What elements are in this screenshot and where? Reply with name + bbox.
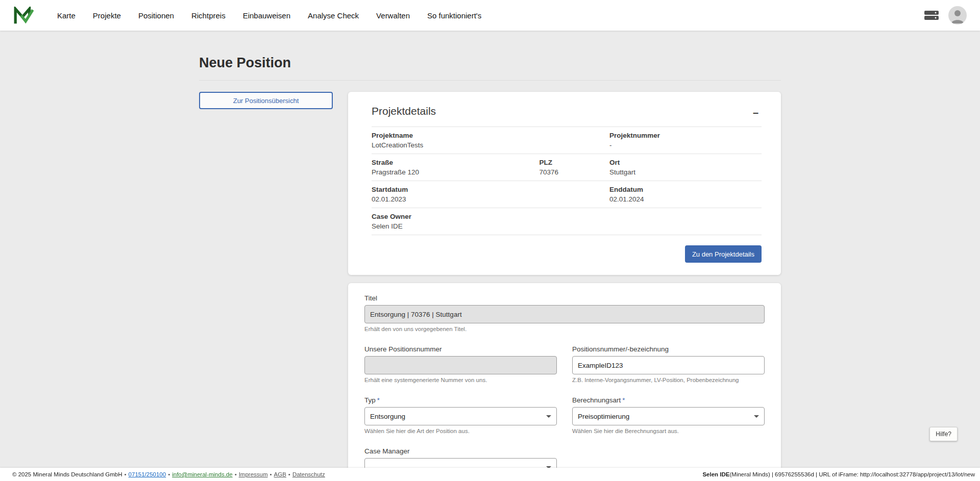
berechnungsart-select-value: Preisoptimierung [578, 413, 629, 420]
footer-separator: • [270, 471, 272, 477]
footer-separator: • [235, 471, 237, 477]
chevron-down-icon [546, 415, 551, 418]
case-owner-cell: Case Owner Selen IDE [372, 213, 762, 230]
plz-cell: PLZ 70376 [540, 159, 610, 176]
projektname-label: Projektname [372, 132, 609, 139]
projektname-value: LotCreationTests [372, 141, 609, 149]
nav-item-analyse-check[interactable]: Analyse Check [308, 11, 359, 20]
ort-label: Ort [609, 159, 762, 166]
nav-items: Karte Projekte Positionen Richtpreis Ein… [57, 11, 481, 20]
footer-separator: • [288, 471, 290, 477]
footer-user: Selen IDE [702, 471, 729, 477]
titel-field: Titel Erhält den von uns vorgegebenen Ti… [364, 294, 765, 332]
projektname-cell: Projektname LotCreationTests [372, 132, 609, 149]
content-row: Zur Positionsübersicht Projektdetails – … [199, 92, 781, 481]
case-owner-value: Selen IDE [372, 222, 762, 230]
unsere-positionsnummer-label: Unsere Positionsnummer [364, 345, 557, 353]
unsere-positionsnummer-input [364, 356, 557, 374]
footer-phone-link[interactable]: 07151/250100 [129, 471, 166, 477]
project-card-actions: Zu den Projektdetails [372, 245, 762, 263]
left-column: Zur Positionsübersicht [199, 92, 333, 109]
table-row: Case Owner Selen IDE [372, 208, 762, 235]
plz-label: PLZ [540, 159, 610, 166]
form-row-type: Typ* Entsorgung Wählen Sie hier die Art … [364, 396, 765, 434]
projektnummer-value: - [609, 141, 762, 149]
berechnungsart-select[interactable]: Preisoptimierung [572, 407, 765, 425]
titel-label: Titel [364, 294, 765, 302]
required-marker: * [622, 396, 625, 404]
new-position-form-card: Titel Erhält den von uns vorgegebenen Ti… [348, 283, 781, 481]
required-marker: * [377, 396, 380, 404]
page-title: Neue Position [199, 55, 781, 81]
strasse-cell: Straße Pragstraße 120 [372, 159, 540, 176]
titel-hint: Erhält den von uns vorgegebenen Titel. [364, 326, 765, 332]
table-row: Straße Pragstraße 120 PLZ 70376 Ort Stut… [372, 154, 762, 181]
typ-field: Typ* Entsorgung Wählen Sie hier die Art … [364, 396, 557, 434]
nav-item-verwalten[interactable]: Verwalten [376, 11, 410, 20]
footer: © 2025 Mineral Minds Deutschland GmbH • … [0, 468, 980, 481]
nav-item-projekte[interactable]: Projekte [93, 11, 121, 20]
enddatum-label: Enddatum [609, 186, 762, 193]
berechnungsart-hint: Wählen Sie hier die Berechnungsart aus. [572, 428, 765, 434]
unsere-positionsnummer-hint: Erhält eine systemgenerierte Nummer von … [364, 377, 557, 383]
server-icon[interactable] [924, 10, 939, 21]
footer-session-info: Selen IDE (Mineral Minds) | 69576255536d… [702, 471, 975, 477]
nav-item-karte[interactable]: Karte [57, 11, 76, 20]
table-row: Projektname LotCreationTests Projektnumm… [372, 127, 762, 154]
logo-icon [13, 7, 34, 24]
collapse-button[interactable]: – [750, 105, 762, 119]
table-row: Startdatum 02.01.2023 Enddatum 02.01.202… [372, 181, 762, 208]
footer-impressum-link[interactable]: Impressum [239, 471, 268, 477]
top-navbar: Karte Projekte Positionen Richtpreis Ein… [0, 0, 980, 31]
person-icon [948, 6, 967, 24]
footer-copyright: © 2025 Mineral Minds Deutschland GmbH [12, 471, 122, 477]
startdatum-value: 02.01.2023 [372, 195, 609, 203]
case-owner-label: Case Owner [372, 213, 762, 220]
footer-separator: • [125, 471, 127, 477]
project-card-title: Projektdetails [372, 105, 436, 117]
nav-item-so-funktionierts[interactable]: So funktioniert's [427, 11, 481, 20]
typ-select-value: Entsorgung [370, 413, 405, 420]
berechnungsart-label: Berechnungsart* [572, 396, 765, 404]
nav-item-einbauweisen[interactable]: Einbauweisen [243, 11, 290, 20]
footer-agb-link[interactable]: AGB [274, 471, 286, 477]
footer-datenschutz-link[interactable]: Datenschutz [292, 471, 325, 477]
titel-input [364, 305, 765, 323]
user-avatar[interactable] [948, 6, 967, 24]
mineral-minds-logo[interactable] [13, 5, 36, 26]
berechnungsart-field: Berechnungsart* Preisoptimierung Wählen … [572, 396, 765, 434]
ort-cell: Ort Stuttgart [609, 159, 762, 176]
plz-value: 70376 [540, 168, 610, 176]
page-container: Neue Position Zur Positionsübersicht Pro… [199, 31, 781, 481]
project-card-header: Projektdetails – [372, 105, 762, 119]
projektnummer-label: Projektnummer [609, 132, 762, 139]
typ-label: Typ* [364, 396, 557, 404]
go-to-project-details-button[interactable]: Zu den Projektdetails [685, 245, 762, 263]
nav-item-positionen[interactable]: Positionen [138, 11, 174, 20]
positionsnummer-bezeichnung-input[interactable] [572, 356, 765, 374]
ort-value: Stuttgart [609, 168, 762, 176]
form-row-numbers: Unsere Positionsnummer Erhält eine syste… [364, 345, 765, 383]
projektnummer-cell: Projektnummer - [609, 132, 762, 149]
right-column: Projektdetails – Projektname LotCreation… [348, 92, 781, 481]
footer-email-link[interactable]: info@mineral-minds.de [172, 471, 232, 477]
project-details-card: Projektdetails – Projektname LotCreation… [348, 92, 781, 275]
footer-session-rest: (Mineral Minds) | 69576255536d | URL of … [729, 471, 975, 477]
navbar-right [924, 6, 967, 24]
back-to-positions-button[interactable]: Zur Positionsübersicht [199, 92, 333, 109]
footer-separator: • [168, 471, 170, 477]
typ-select[interactable]: Entsorgung [364, 407, 557, 425]
positionsnummer-bezeichnung-field: Positionsnummer/-bezeichnung Z.B. Intern… [572, 345, 765, 383]
unsere-positionsnummer-field: Unsere Positionsnummer Erhält eine syste… [364, 345, 557, 383]
help-button[interactable]: Hilfe? [929, 427, 958, 441]
positionsnummer-bezeichnung-label: Positionsnummer/-bezeichnung [572, 345, 765, 353]
chevron-down-icon [754, 415, 759, 418]
nav-item-richtpreis[interactable]: Richtpreis [191, 11, 226, 20]
startdatum-cell: Startdatum 02.01.2023 [372, 186, 609, 203]
enddatum-cell: Enddatum 02.01.2024 [609, 186, 762, 203]
typ-hint: Wählen Sie hier die Art der Position aus… [364, 428, 557, 434]
project-details-table: Projektname LotCreationTests Projektnumm… [372, 126, 762, 235]
enddatum-value: 02.01.2024 [609, 195, 762, 203]
case-manager-label: Case Manager [364, 447, 557, 455]
berechnungsart-label-text: Berechnungsart [572, 396, 621, 404]
